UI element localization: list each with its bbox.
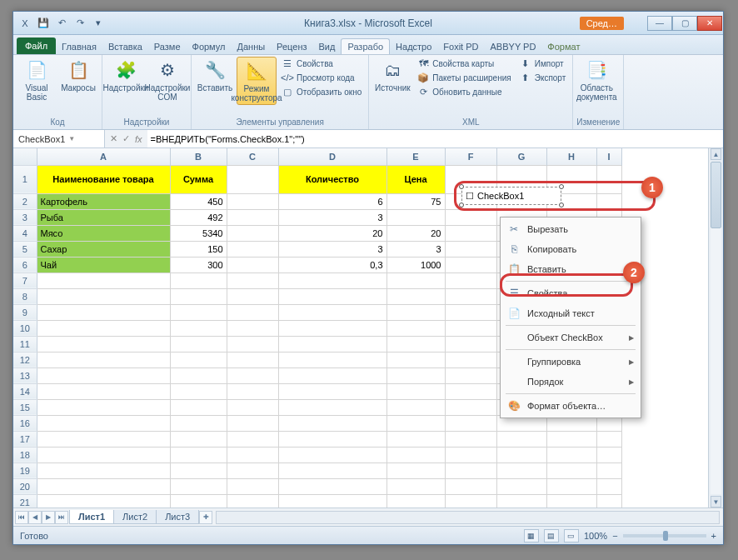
com-addins-button[interactable]: ⚙Надстройки COM <box>147 57 187 103</box>
cell[interactable] <box>37 352 170 368</box>
cell[interactable] <box>445 209 496 225</box>
cell[interactable] <box>227 320 278 336</box>
row-head[interactable]: 6 <box>13 257 37 272</box>
zoom-out-icon[interactable]: − <box>612 531 617 541</box>
new-sheet-icon[interactable]: ✚ <box>199 511 212 524</box>
cell[interactable] <box>445 368 496 383</box>
cell[interactable] <box>386 383 445 399</box>
cell[interactable] <box>227 288 278 304</box>
cell[interactable] <box>37 272 170 288</box>
cell[interactable]: 150 <box>170 241 227 257</box>
cm-paste[interactable]: 📋Вставить <box>502 259 639 279</box>
cell[interactable] <box>278 447 386 462</box>
cell[interactable] <box>496 447 546 462</box>
cell[interactable] <box>445 241 496 257</box>
cell[interactable] <box>386 415 445 431</box>
handle-sw[interactable] <box>459 202 464 208</box>
cell[interactable] <box>278 478 386 494</box>
cell[interactable] <box>445 257 496 272</box>
cell[interactable] <box>546 494 596 508</box>
doc-panel-button[interactable]: 📑Область документа <box>576 57 616 103</box>
cm-copy[interactable]: ⎘Копировать <box>502 239 639 259</box>
cell[interactable] <box>227 257 278 272</box>
col-head-D[interactable]: D <box>278 148 386 165</box>
tab-addins[interactable]: Надстро <box>390 39 437 54</box>
tab-home[interactable]: Главная <box>56 39 102 54</box>
cell[interactable] <box>596 478 621 494</box>
cell[interactable] <box>386 478 445 494</box>
cell[interactable] <box>170 399 227 415</box>
tab-layout[interactable]: Разме <box>148 39 187 54</box>
cell[interactable] <box>170 478 227 494</box>
cm-cut[interactable]: ✂Вырезать <box>502 219 639 239</box>
row-head[interactable]: 21 <box>13 494 37 508</box>
cell[interactable] <box>278 304 386 320</box>
cell[interactable] <box>37 336 170 352</box>
row-head[interactable]: 20 <box>13 478 37 494</box>
view-code-button[interactable]: </>Просмотр кода <box>278 71 365 84</box>
cell[interactable] <box>170 352 227 368</box>
cell[interactable] <box>37 304 170 320</box>
cell[interactable] <box>227 383 278 399</box>
cell[interactable] <box>170 462 227 478</box>
cell[interactable] <box>386 209 445 225</box>
cell[interactable]: Мясо <box>37 225 170 241</box>
col-head-H[interactable]: H <box>546 148 596 165</box>
col-head-E[interactable]: E <box>386 148 445 165</box>
cell[interactable] <box>386 320 445 336</box>
row-head[interactable]: 14 <box>13 383 37 399</box>
cell[interactable] <box>227 494 278 508</box>
cell[interactable] <box>445 462 496 478</box>
cell[interactable] <box>278 272 386 288</box>
handle-nw[interactable] <box>459 184 464 189</box>
cm-source-code[interactable]: 📄Исходный текст <box>502 303 639 323</box>
cell[interactable] <box>278 462 386 478</box>
tab-review[interactable]: Реценз <box>271 39 312 54</box>
cell[interactable]: Количество <box>278 165 386 193</box>
cell[interactable] <box>170 494 227 508</box>
cell[interactable]: 1000 <box>386 257 445 272</box>
col-head-C[interactable]: C <box>227 148 278 165</box>
design-mode-button[interactable]: 📐Режим конструктора <box>237 57 277 105</box>
cell[interactable] <box>278 494 386 508</box>
cell[interactable] <box>386 272 445 288</box>
cell[interactable] <box>170 383 227 399</box>
cell[interactable]: 75 <box>386 193 445 209</box>
row-head[interactable]: 3 <box>13 209 37 225</box>
row-head[interactable]: 16 <box>13 415 37 431</box>
cell[interactable] <box>445 431 496 447</box>
cell[interactable] <box>227 193 278 209</box>
handle-se[interactable] <box>559 202 564 208</box>
cancel-icon[interactable]: ✕ <box>110 133 117 144</box>
cm-order[interactable]: Порядок▶ <box>502 372 639 392</box>
refresh-button[interactable]: ⟳Обновить данные <box>414 85 514 98</box>
cell[interactable] <box>445 336 496 352</box>
handle-ne[interactable] <box>559 184 564 189</box>
excel-icon[interactable]: X <box>17 15 33 32</box>
cell[interactable]: Наименование товара <box>37 165 170 193</box>
cell[interactable] <box>227 272 278 288</box>
tab-formulas[interactable]: Формул <box>187 39 232 54</box>
view-layout-icon[interactable]: ▤ <box>544 529 559 542</box>
cell[interactable] <box>445 447 496 462</box>
cell[interactable]: 0,3 <box>278 257 386 272</box>
cell[interactable] <box>37 447 170 462</box>
cell[interactable] <box>37 494 170 508</box>
cell[interactable] <box>278 288 386 304</box>
cell[interactable] <box>445 383 496 399</box>
cell[interactable] <box>227 352 278 368</box>
col-head-A[interactable]: A <box>37 148 170 165</box>
qat-dropdown-icon[interactable]: ▾ <box>90 15 107 32</box>
cell[interactable] <box>37 462 170 478</box>
cell[interactable] <box>386 462 445 478</box>
cell[interactable] <box>546 478 596 494</box>
cell[interactable]: 3 <box>278 209 386 225</box>
cell[interactable] <box>37 288 170 304</box>
insert-control-button[interactable]: 🔧Вставить <box>195 57 235 94</box>
col-head-I[interactable]: I <box>596 148 621 165</box>
cell[interactable]: 3 <box>278 241 386 257</box>
cell[interactable] <box>386 431 445 447</box>
addin-badge[interactable]: Сред… <box>580 17 624 30</box>
cell[interactable]: Сахар <box>37 241 170 257</box>
name-box[interactable]: CheckBox1▼ <box>13 130 105 148</box>
